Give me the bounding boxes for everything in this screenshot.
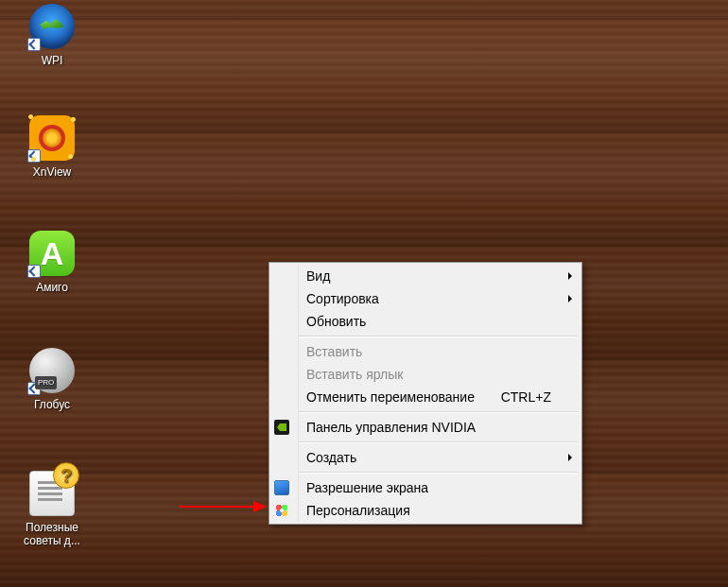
monitor-icon: [274, 480, 289, 495]
desktop-icon-label: Амиго: [15, 280, 89, 295]
menu-item-label: Панель управления NVIDIA: [306, 420, 476, 435]
chevron-right-icon: [568, 454, 572, 461]
menu-item-undo-rename[interactable]: Отменить переименование CTRL+Z: [299, 386, 580, 408]
desktop-context-menu: Вид Сортировка Обновить Вставить Вставит…: [269, 262, 582, 525]
desktop-icon-globus[interactable]: Глобус: [15, 348, 89, 412]
menu-item-sort[interactable]: Сортировка: [299, 287, 580, 310]
desktop[interactable]: WPI XnView A Амиго Глобус Полезные совет…: [0, 0, 728, 587]
menu-item-label: Создать: [306, 450, 356, 465]
menu-item-label: Вид: [306, 268, 330, 284]
svg-marker-1: [253, 501, 267, 512]
desktop-icon-label: XnView: [15, 164, 89, 180]
menu-separator: [299, 336, 578, 337]
menu-item-label: Вставить: [306, 344, 362, 359]
menu-item-label: Вставить ярлык: [306, 367, 403, 382]
shortcut-arrow-icon: [27, 38, 41, 51]
menu-item-new[interactable]: Создать: [299, 446, 580, 469]
menu-item-personalize[interactable]: Персонализация: [299, 499, 580, 522]
menu-item-label: Разрешение экрана: [306, 480, 428, 495]
globe-icon: [29, 4, 75, 49]
shortcut-arrow-icon: [27, 149, 41, 163]
menu-item-label: Сортировка: [306, 291, 379, 306]
shortcut-arrow-icon: [27, 265, 41, 278]
chevron-right-icon: [568, 295, 572, 302]
desktop-icon-label: Полезные советы д...: [15, 520, 89, 548]
earth-icon: [29, 348, 75, 393]
chevron-right-icon: [568, 272, 572, 280]
menu-separator: [299, 411, 578, 413]
menu-item-paste-shortcut: Вставить ярлык: [299, 363, 580, 386]
menu-item-label: Обновить: [306, 314, 366, 329]
personalize-icon: [274, 503, 289, 518]
desktop-icon-amigo[interactable]: A Амиго: [15, 231, 89, 295]
annotation-arrow: [180, 500, 267, 513]
menu-item-shortcut: CTRL+Z: [501, 386, 551, 408]
menu-item-view[interactable]: Вид: [299, 265, 580, 287]
desktop-icon-wpi[interactable]: WPI: [15, 4, 89, 68]
amigo-icon: A: [29, 231, 75, 276]
menu-separator: [299, 441, 578, 443]
menu-item-paste: Вставить: [299, 340, 580, 363]
menu-item-screen-resolution[interactable]: Разрешение экрана: [299, 476, 580, 499]
menu-separator: [299, 472, 578, 474]
menu-item-nvidia-panel[interactable]: Панель управления NVIDIA: [299, 416, 580, 439]
desktop-icon-xnview[interactable]: XnView: [15, 115, 89, 180]
menu-item-label: Персонализация: [306, 503, 410, 518]
nvidia-icon: [274, 420, 289, 435]
menu-item-refresh[interactable]: Обновить: [299, 310, 580, 333]
desktop-icon-help[interactable]: Полезные советы д...: [15, 471, 89, 548]
desktop-icon-label: WPI: [15, 53, 89, 68]
shortcut-arrow-icon: [27, 382, 41, 395]
menu-item-label: Отменить переименование: [306, 389, 475, 405]
help-document-icon: [29, 471, 75, 516]
xnview-icon: [29, 115, 75, 161]
desktop-icon-label: Глобус: [15, 397, 89, 412]
